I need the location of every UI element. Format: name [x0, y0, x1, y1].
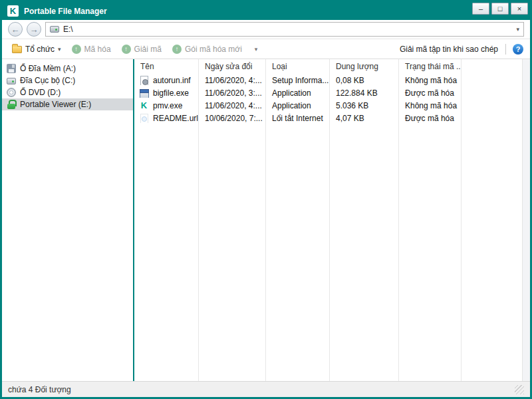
file-status-cell: Được mã hóa [399, 114, 462, 123]
column-header-modified[interactable]: Ngày sửa đổi [199, 62, 266, 71]
kaspersky-logo-icon: K [7, 5, 19, 17]
file-row-readme-url[interactable]: README.url 10/06/2020, 7:... Lối tắt Int… [134, 112, 522, 124]
help-icon[interactable]: ? [513, 44, 523, 55]
column-separator [329, 59, 330, 381]
status-bar: chứa 4 Đối tượng [2, 381, 530, 397]
file-status-cell: Không mã hóa [399, 76, 462, 85]
file-name: autorun.inf [153, 76, 191, 85]
column-separator [198, 59, 199, 381]
file-name-cell: bigfile.exe [134, 88, 199, 98]
sidebar-item-floppy-a[interactable]: Ổ Đĩa Mềm (A:) [2, 63, 133, 74]
chevron-down-icon: ▾ [255, 46, 258, 53]
column-separator [461, 59, 462, 381]
encrypt-label: Mã hóa [84, 45, 111, 54]
file-size-cell: 0,08 KB [330, 76, 399, 85]
column-header-type[interactable]: Loại [266, 62, 330, 71]
back-arrow-icon: ← [11, 25, 20, 35]
sidebar-item-label: Portable Viewer (E:) [20, 100, 91, 109]
window-title: Portable File Manager [24, 7, 107, 16]
resize-grip[interactable] [515, 385, 524, 394]
organize-button[interactable]: Tổ chức ▾ [7, 43, 66, 56]
file-size-cell: 5.036 KB [330, 101, 399, 110]
file-name-cell: K pmv.exe [134, 101, 199, 110]
hard-drive-icon [7, 78, 16, 84]
file-status-cell: Được mã hóa [399, 88, 462, 98]
decrypt-button[interactable]: ↑ Giải mã [117, 43, 166, 56]
navigation-bar: ← → E:\ ▾ [2, 20, 530, 39]
file-type-cell: Application [266, 88, 330, 98]
decrypt-on-copy-toggle[interactable]: Giải mã tập tin khi sao chép [394, 45, 504, 54]
file-name-cell: autorun.inf [134, 76, 199, 85]
file-row-autorun-inf[interactable]: autorun.inf 11/06/2020, 4:... Setup Info… [134, 74, 522, 86]
file-status-cell: Không mã hóa [399, 101, 462, 110]
sidebar-item-local-c[interactable]: Đĩa Cục bộ (C:) [2, 74, 133, 86]
new-package-icon: ↑ [172, 45, 182, 54]
column-header-name[interactable]: Tên [134, 62, 199, 71]
kaspersky-app-icon: K [139, 101, 149, 110]
forward-arrow-icon: → [30, 25, 39, 35]
column-header-size[interactable]: Dung lượng [330, 62, 399, 71]
file-list-pane: Tên Ngày sửa đổi Loại Dung lượng Trạng t… [134, 59, 522, 381]
title-bar: K Portable File Manager – □ × [2, 2, 530, 20]
file-modified-cell: 11/06/2020, 4:... [199, 101, 266, 110]
main-area: Ổ Đĩa Mềm (A:) Đĩa Cục bộ (C:) Ổ DVD (D:… [2, 59, 530, 381]
setup-file-icon [139, 76, 149, 85]
status-text: chứa 4 Đối tượng [8, 385, 71, 394]
sidebar-item-portable-e[interactable]: Portable Viewer (E:) [2, 98, 133, 110]
file-name: bigfile.exe [153, 88, 189, 98]
file-name: pmv.exe [153, 101, 182, 110]
column-header-status[interactable]: Trạng thái mã ... [399, 62, 462, 71]
new-package-label: Gói mã hóa mới [185, 45, 242, 54]
file-type-cell: Application [266, 101, 330, 110]
back-button[interactable]: ← [8, 22, 23, 37]
maximize-button[interactable]: □ [491, 3, 509, 15]
file-modified-cell: 11/06/2020, 4:... [199, 76, 266, 85]
decrypt-label: Giải mã [134, 45, 162, 54]
column-separator [398, 59, 399, 381]
sidebar-item-label: Đĩa Cục bộ (C:) [20, 76, 75, 85]
drive-sidebar: Ổ Đĩa Mềm (A:) Đĩa Cục bộ (C:) Ổ DVD (D:… [2, 59, 133, 381]
file-size-cell: 122.884 KB [330, 88, 399, 98]
encrypt-icon: ↑ [72, 45, 81, 54]
application-file-icon [139, 88, 149, 98]
file-list-header: Tên Ngày sửa đổi Loại Dung lượng Trạng t… [134, 59, 522, 74]
address-bar[interactable]: E:\ ▾ [45, 22, 524, 37]
file-type-cell: Setup Informa... [266, 76, 330, 85]
chevron-down-icon: ▾ [58, 46, 61, 53]
window-controls: – □ × [472, 3, 528, 15]
file-modified-cell: 11/06/2020, 3:... [199, 88, 266, 98]
sidebar-item-dvd-d[interactable]: Ổ DVD (D:) [2, 86, 133, 98]
new-package-button[interactable]: ↑ Gói mã hóa mới ▾ [168, 43, 262, 56]
internet-shortcut-icon [139, 114, 149, 123]
close-button[interactable]: × [511, 3, 528, 15]
file-row-bigfile-exe[interactable]: bigfile.exe 11/06/2020, 3:... Applicatio… [134, 86, 522, 99]
drive-icon [50, 26, 59, 33]
address-dropdown-icon[interactable]: ▾ [516, 26, 519, 33]
toolbar-separator [505, 44, 506, 55]
organize-label: Tổ chức [25, 45, 55, 54]
command-toolbar: Tổ chức ▾ ↑ Mã hóa ↑ Giải mã ↑ Gói mã hó… [2, 39, 530, 59]
file-type-cell: Lối tắt Internet [266, 114, 330, 123]
minimize-button[interactable]: – [472, 3, 489, 15]
file-modified-cell: 10/06/2020, 7:... [199, 114, 266, 123]
vertical-scrollbar[interactable] [522, 59, 530, 381]
column-separator [265, 59, 266, 381]
file-row-pmv-exe[interactable]: K pmv.exe 11/06/2020, 4:... Application … [134, 99, 522, 112]
sidebar-item-label: Ổ Đĩa Mềm (A:) [20, 64, 76, 73]
encrypted-drive-lock-icon [7, 100, 16, 109]
decrypt-icon: ↑ [122, 45, 131, 54]
forward-button[interactable]: → [27, 22, 41, 37]
file-size-cell: 4,07 KB [330, 114, 399, 123]
address-path: E:\ [63, 25, 73, 34]
floppy-drive-icon [7, 64, 16, 73]
dvd-drive-icon [7, 88, 16, 97]
file-name-cell: README.url [134, 114, 199, 123]
file-name: README.url [153, 114, 198, 123]
app-window: K Portable File Manager – □ × ← → E:\ ▾ … [0, 0, 532, 399]
sidebar-item-label: Ổ DVD (D:) [20, 88, 61, 97]
encrypt-button[interactable]: ↑ Mã hóa [67, 43, 116, 56]
folder-icon [12, 46, 22, 53]
